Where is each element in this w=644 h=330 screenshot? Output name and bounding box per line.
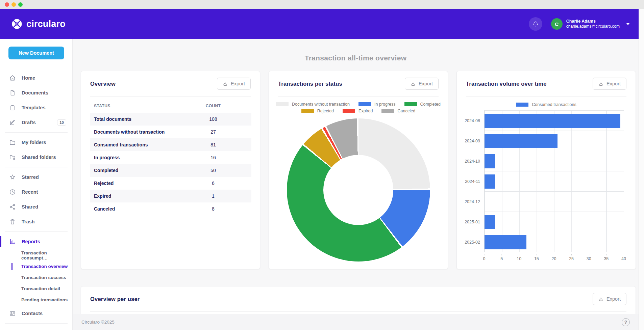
sidebar-subitem-pending-transactions[interactable]: Pending transactions <box>12 294 72 305</box>
column-spacer <box>235 99 251 113</box>
brand-name: circularo <box>26 19 66 29</box>
legend-item: Rejected <box>301 109 334 113</box>
table-row: Canceled8 <box>90 202 251 215</box>
chevron-down-icon <box>626 23 630 25</box>
sidebar-item-trash[interactable]: Trash <box>0 214 72 229</box>
column-header-status: STATUS <box>90 99 191 113</box>
drafts-count-badge: 10 <box>57 119 66 126</box>
sidebar: New Document Home Documents Templates Dr… <box>0 39 73 330</box>
trash-icon <box>9 218 16 225</box>
notifications-button[interactable] <box>529 17 542 31</box>
count-cell: 16 <box>191 151 235 164</box>
user-name: Charlie Adams <box>566 19 620 24</box>
sidebar-subitem-transaction-consumption[interactable]: Transaction consumpt… <box>12 250 72 261</box>
x-axis-tick: 15 <box>534 256 539 261</box>
document-icon <box>9 89 16 96</box>
bar-chart: 2024-082024-092024-102024-112024-122025-… <box>484 110 624 252</box>
download-icon <box>598 297 603 302</box>
new-document-button[interactable]: New Document <box>8 47 64 59</box>
bar-row: 2024-11 <box>485 171 624 192</box>
help-button[interactable]: ? <box>622 318 630 326</box>
card-title: Transaction volume over time <box>466 81 547 87</box>
bar <box>485 134 558 148</box>
table-row: Documents without transaction27 <box>90 126 251 138</box>
legend-item: Expired <box>343 109 373 113</box>
table-row: Completed50 <box>90 164 251 177</box>
bar-chart-legend: Consumed transactions <box>457 102 636 107</box>
sidebar-item-my-folders[interactable]: My folders <box>0 135 72 150</box>
overview-card: Overview Export STATUS COUNT Total docum… <box>81 71 260 269</box>
y-axis-label: 2024-11 <box>465 179 480 184</box>
x-axis-tick: 25 <box>569 256 574 261</box>
sidebar-subitem-transaction-success[interactable]: Transaction success <box>12 272 72 283</box>
star-icon <box>9 174 16 181</box>
sidebar-item-documents[interactable]: Documents <box>0 85 72 100</box>
sidebar-item-templates[interactable]: Templates <box>0 100 72 115</box>
bar <box>485 215 495 229</box>
bar-row: 2024-10 <box>485 151 624 171</box>
home-icon <box>9 75 16 81</box>
legend-item: Completed <box>404 102 441 107</box>
column-header-count: COUNT <box>191 99 235 113</box>
table-row: Rejected6 <box>90 177 251 190</box>
page-footer: Circularo ©2025 ? <box>73 314 639 330</box>
x-axis-tick: 5 <box>500 256 503 261</box>
x-axis-tick: 40 <box>621 256 626 261</box>
bar-row: 2024-08 <box>485 111 624 131</box>
legend-label: Consumed transactions <box>532 102 576 107</box>
bar-row: 2025-02 <box>485 232 624 252</box>
template-icon <box>9 104 16 111</box>
sidebar-item-home[interactable]: Home <box>0 71 72 85</box>
status-cell: Rejected <box>90 177 191 190</box>
bar-row: 2024-09 <box>485 131 624 151</box>
page-scrollbar[interactable] <box>639 9 644 330</box>
close-window-button[interactable] <box>5 2 9 7</box>
bar-row: 2025-01 <box>485 212 624 232</box>
table-row: In progress16 <box>90 151 251 164</box>
copyright-text: Circularo ©2025 <box>81 320 115 325</box>
minimize-window-button[interactable] <box>11 2 16 7</box>
sidebar-subitem-transaction-detail[interactable]: Transaction detail <box>12 283 72 294</box>
status-cell: Expired <box>90 190 191 202</box>
edit-icon <box>9 119 16 126</box>
sidebar-divider <box>5 231 68 232</box>
export-button[interactable]: Export <box>593 293 626 305</box>
sidebar-item-starred[interactable]: Starred <box>0 170 72 185</box>
sidebar-divider <box>5 132 68 133</box>
circularo-logo-icon <box>11 18 23 30</box>
export-button[interactable]: Export <box>217 78 251 90</box>
sidebar-item-recent[interactable]: Recent <box>0 185 72 199</box>
x-axis-tick: 35 <box>604 256 609 261</box>
status-cell: Canceled <box>90 202 191 215</box>
sidebar-item-drafts[interactable]: Drafts 10 <box>0 115 72 130</box>
sidebar-item-reports[interactable]: Reports <box>0 234 72 249</box>
sidebar-item-shared-folders[interactable]: Shared folders <box>0 150 72 165</box>
active-indicator <box>0 236 1 247</box>
donut-chart <box>287 118 430 262</box>
shared-folder-icon <box>9 154 16 161</box>
reports-submenu: Transaction consumpt… Transaction overvi… <box>12 249 72 306</box>
maximize-window-button[interactable] <box>18 2 23 7</box>
status-cell: In progress <box>90 151 191 164</box>
download-icon <box>598 81 603 86</box>
sidebar-subitem-transaction-overview[interactable]: Transaction overview <box>12 261 72 272</box>
transaction-volume-card: Transaction volume over time Export Cons… <box>456 71 636 269</box>
bar <box>485 114 620 128</box>
transactions-per-status-card: Transactions per status Export Documents… <box>269 71 448 269</box>
page-title: Transaction all-time overview <box>73 54 639 62</box>
x-axis-tick: 0 <box>483 256 486 261</box>
y-axis-label: 2024-08 <box>465 118 480 123</box>
sidebar-item-contacts[interactable]: Contacts <box>0 306 72 321</box>
y-axis-label: 2025-02 <box>465 240 480 245</box>
count-cell: 108 <box>191 113 235 126</box>
export-button[interactable]: Export <box>593 78 626 90</box>
brand-logo[interactable]: circularo <box>11 18 66 30</box>
overview-table: STATUS COUNT Total documents108Documents… <box>90 99 251 215</box>
bell-icon <box>532 21 539 27</box>
sidebar-item-shared[interactable]: Shared <box>0 199 72 214</box>
download-icon <box>411 81 416 86</box>
user-menu[interactable]: C Charlie Adams charlie.adams@circularo.… <box>551 18 630 30</box>
status-cell: Completed <box>90 164 191 177</box>
y-axis-label: 2024-09 <box>465 139 480 143</box>
export-button[interactable]: Export <box>405 78 439 90</box>
